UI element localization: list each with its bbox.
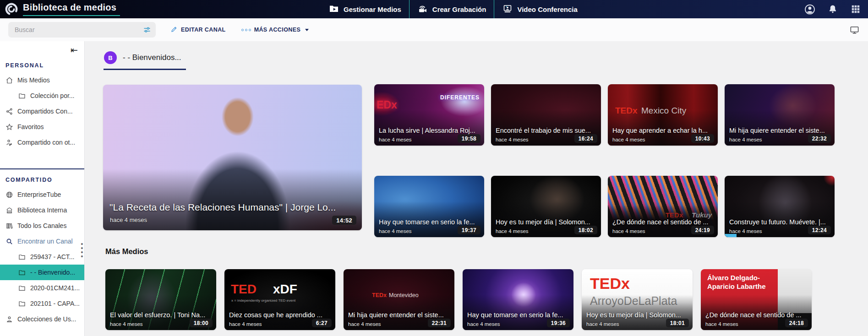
video-age: hace 4 meses [229,321,262,327]
video-title: Hoy es tu mejor día | Solomon... [586,311,689,319]
video-tile[interactable]: Hay que tomarse en serio la fe...hace 4 … [463,269,573,330]
channel-avatar: B [104,51,117,64]
video-age: hace 4 meses [110,321,143,327]
folder-icon [18,284,26,292]
sidebar-item-mis-medios[interactable]: Mis Medios [0,72,84,88]
home-icon [5,76,13,84]
sidebar-item-label: Compartidos Con... [17,107,73,115]
create-recording-button[interactable]: Crear Grabación [409,0,494,18]
video-title: Diez cosas que he aprendido ... [229,311,332,319]
share-icon [5,108,13,115]
sidebar-item-biblioteca-interna[interactable]: Biblioteca Interna [0,202,84,218]
video-duration-badge: 12:24 [808,226,831,234]
top-bar: Biblioteca de medios Gestionar Medios [0,0,868,18]
sidebar-item-2020-01cm241[interactable]: 2020-01CM241... [0,280,84,296]
video-title: El valor del esfuerzo. | Toni Na... [110,311,213,319]
video-title: ¿De dónde nace el sentido de ... [705,311,808,319]
video-duration-badge: 18:00 [190,319,213,327]
sidebar-sections: PERSONALMis MediosColección por...Compar… [0,62,84,327]
video-tile[interactable]: Hoy es tu mejor día | Solomon...hace 4 m… [491,176,601,237]
search-icon [5,238,13,245]
more-actions-button[interactable]: MÁS ACCIONES [241,27,309,33]
sidebar-item-label: Compartido con ot... [17,138,75,146]
video-tile[interactable]: Construye tu futuro. Muévete. |...hace 4… [725,176,835,237]
sidebar-item-todo-los-canales[interactable]: Todo los Canales [0,218,84,233]
sidebar-item-compartidos-con[interactable]: Compartidos Con... [0,103,84,119]
notifications-bell-icon[interactable] [827,3,839,15]
video-age: hace 4 meses [496,228,529,234]
video-duration-badge: 14:52 [332,216,356,225]
video-age: hace 4 meses [496,137,529,142]
video-tile[interactable]: TEDxArroyoDeLaPlataHoy es tu mejor día |… [582,269,693,330]
video-age: hace 4 meses [705,321,738,327]
sidebar-item-label: Colecciones de Us... [17,315,76,323]
star-icon [5,123,13,131]
sidebar-item-compartido-con-ot[interactable]: Compartido con ot... [0,135,84,150]
video-tile[interactable]: Mi hija quiere entender el siste...hace … [725,84,835,146]
sidebar-section-title: PERSONAL [5,62,79,69]
video-age: hace 4 meses [348,321,381,327]
video-tile[interactable]: TEDxMontevideoMi hija quiere entender el… [344,269,454,330]
sidebar-resize-handle-icon[interactable]: • • • • [80,242,84,258]
video-age: hace 4 meses [379,228,412,234]
video-age: hace 4 meses [729,228,762,234]
sidebar-item-259437-act[interactable]: 259437 - ACT... [0,249,84,265]
sidebar-item-202101-capa[interactable]: 202101 - CAPA... [0,296,84,311]
video-tile[interactable]: Hay que tomarse en serio la fe...hace 4 … [374,176,484,237]
sidebar-item-colecciones-de-us[interactable]: Colecciones de Us... [0,311,84,327]
more-media-heading: Más Medios [105,247,148,256]
sidebar-section-title: COMPARTIDO [5,177,79,183]
sidebar-collapse-icon[interactable]: ⇤ [71,45,78,55]
video-duration-badge: 19:58 [458,134,480,143]
video-conference-button[interactable]: Video Conferencia [494,0,585,18]
sidebar-item-label: Mis Medios [17,76,50,84]
building-icon [5,206,13,214]
video-duration-badge: 18:01 [666,319,689,327]
video-tile[interactable]: Álvaro Delgado-Aparicio Labarthe¿De dónd… [701,269,812,330]
video-title: ¿De dónde nace el sentido de ... [612,218,714,226]
video-duration-badge: 24:18 [785,319,808,327]
video-tile[interactable]: "La Receta de las Relaciones Humanas" | … [103,85,362,230]
channel-title: - - Bienvenidos... [123,53,181,62]
sidebar-item-label: 259437 - ACT... [30,253,75,261]
folder-icon [18,300,26,308]
search-filter-icon[interactable] [143,26,151,36]
sidebar-item-label: Encontrar un Canal [17,237,73,245]
sidebar-item-bienvenido[interactable]: - - Bienvenido... [0,265,84,280]
account-icon[interactable] [804,3,816,15]
video-duration-badge: 16:24 [574,134,597,143]
video-tile[interactable]: TEDxMexico CityHay que aprender a echar … [608,84,718,146]
video-title: Construye tu futuro. Muévete. |... [729,218,831,226]
video-duration-badge: 18:02 [574,226,597,234]
sidebar-item-colecci-n-por[interactable]: Colección por... [0,88,84,103]
sidebar-item-enterprisetube[interactable]: EnterpriseTube [0,187,84,202]
sidebar: ⇤ PERSONALMis MediosColección por...Comp… [0,41,85,336]
video-duration-badge: 19:36 [547,319,570,327]
display-mode-icon[interactable] [849,25,860,35]
video-title: Mi hija quiere entender el siste... [729,127,831,134]
app-logo-icon [5,2,18,16]
video-title: "La Receta de las Relaciones Humanas" | … [109,202,358,213]
video-tile[interactable]: Encontré el trabajo de mis sue...hace 4 … [491,84,601,146]
video-duration-badge: 19:37 [458,226,480,234]
channel-header: B - - Bienvenidos... [104,51,186,70]
edit-channel-button[interactable]: EDITAR CANAL [170,26,226,34]
video-title: Hoy es tu mejor día | Solomon... [496,218,597,226]
thumbnail-art-text: Álvaro Delgado-Aparicio Labarthe [707,274,776,291]
video-age: hace 4 meses [467,321,500,327]
video-tile[interactable]: TEDxTukuy¿De dónde nace el sentido de ..… [608,176,718,237]
brand[interactable]: Biblioteca de medios [0,2,120,16]
video-tile[interactable]: El valor del esfuerzo. | Toni Na...hace … [105,269,216,330]
search-input[interactable] [8,26,156,33]
topbar-right-icons [804,0,862,18]
manage-media-button[interactable]: Gestionar Medios [321,0,409,18]
video-tile[interactable]: TEDxDFx = independently organized TED ev… [224,269,335,330]
video-title: Encontré el trabajo de mis sue... [496,127,597,134]
sidebar-item-favoritos[interactable]: Favoritos [0,119,84,135]
video-age: hace 4 meses [110,217,147,223]
apps-grid-icon[interactable] [850,3,862,15]
video-tile[interactable]: DIFERENTESEDxLa lucha sirve | Alessandra… [374,84,484,146]
video-duration-badge: 22:31 [428,319,451,327]
channel-toolbar: EDITAR CANAL MÁS ACCIONES [0,18,868,41]
sidebar-item-encontrar-un-canal[interactable]: Encontrar un Canal [0,233,84,249]
